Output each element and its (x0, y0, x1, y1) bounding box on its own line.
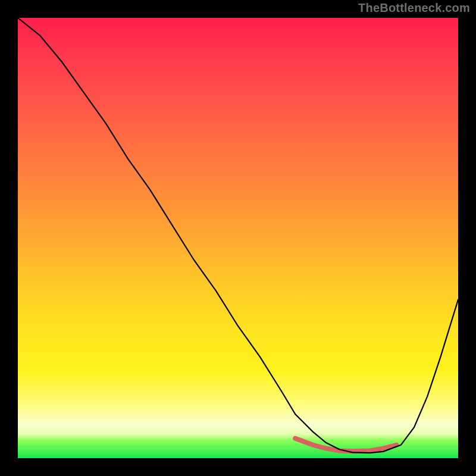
chart-frame: TheBottleneck.com (0, 0, 476, 476)
chart-svg (18, 18, 458, 458)
bottleneck-curve-line (18, 18, 458, 453)
accent-min-region (295, 439, 396, 452)
plot-area (18, 18, 458, 458)
watermark-text: TheBottleneck.com (358, 1, 470, 15)
